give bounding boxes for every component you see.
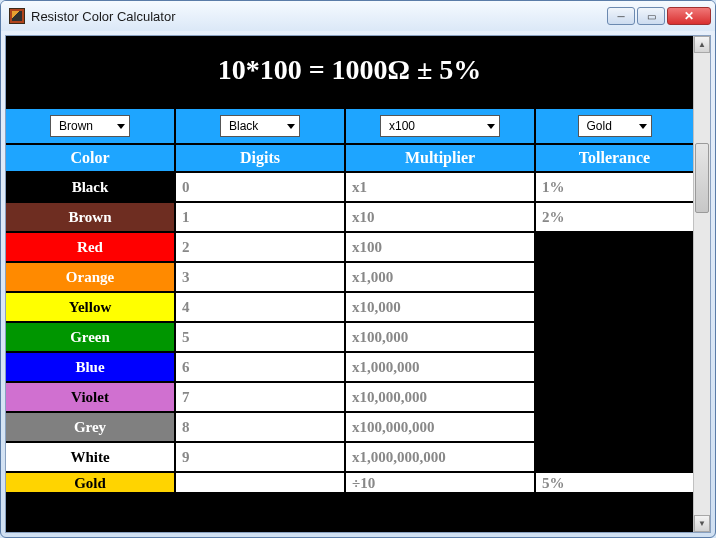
digits-cell: 0	[176, 173, 346, 203]
color-cell: Red	[6, 233, 176, 263]
maximize-button[interactable]: ▭	[637, 7, 665, 25]
table-body: Black0x11%Brown1x102%Red2x100Orange3x1,0…	[6, 173, 693, 532]
multiplier-cell: x1,000,000	[346, 353, 536, 383]
minimize-button[interactable]: ─	[607, 7, 635, 25]
chevron-down-icon	[487, 124, 495, 129]
app-icon	[9, 8, 25, 24]
band2-value: Black	[229, 119, 258, 133]
titlebar[interactable]: Resistor Color Calculator ─ ▭ ✕	[1, 1, 715, 31]
digits-cell: 8	[176, 413, 346, 443]
table-headers: Color Digits Multiplier Tollerance	[6, 143, 693, 173]
header-tolerance: Tollerance	[536, 143, 693, 173]
color-cell: White	[6, 443, 176, 473]
color-cell: Gold	[6, 473, 176, 494]
multiplier-cell: x10	[346, 203, 536, 233]
tolerance-cell	[536, 293, 693, 323]
scroll-down-button[interactable]: ▼	[694, 515, 710, 532]
tolerance-cell: 1%	[536, 173, 693, 203]
table-row: Brown1x102%	[6, 203, 693, 233]
color-cell: Brown	[6, 203, 176, 233]
tolerance-cell	[536, 233, 693, 263]
digits-cell: 1	[176, 203, 346, 233]
tolerance-value: Gold	[587, 119, 612, 133]
scroll-thumb[interactable]	[695, 143, 709, 213]
multiplier-cell: x1	[346, 173, 536, 203]
header-multiplier: Multiplier	[346, 143, 536, 173]
table-row: Gold÷105%	[6, 473, 693, 491]
color-cell: Grey	[6, 413, 176, 443]
band2-select[interactable]: Black	[220, 115, 300, 137]
table-row: Grey8x100,000,000	[6, 413, 693, 443]
tolerance-cell	[536, 383, 693, 413]
header-digits: Digits	[176, 143, 346, 173]
chevron-down-icon	[117, 124, 125, 129]
band1-select[interactable]: Brown	[50, 115, 130, 137]
tolerance-cell	[536, 263, 693, 293]
multiplier-cell: x1,000	[346, 263, 536, 293]
table-row: Violet7x10,000,000	[6, 383, 693, 413]
table-row: Blue6x1,000,000	[6, 353, 693, 383]
table-row: Black0x11%	[6, 173, 693, 203]
header-color: Color	[6, 143, 176, 173]
table-row: Orange3x1,000	[6, 263, 693, 293]
table-row: White9x1,000,000,000	[6, 443, 693, 473]
multiplier-select[interactable]: x100	[380, 115, 500, 137]
color-cell: Green	[6, 323, 176, 353]
tolerance-cell	[536, 443, 693, 473]
close-button[interactable]: ✕	[667, 7, 711, 25]
digits-cell: 5	[176, 323, 346, 353]
color-cell: Violet	[6, 383, 176, 413]
digits-cell: 6	[176, 353, 346, 383]
digits-cell: 3	[176, 263, 346, 293]
multiplier-cell: x1,000,000,000	[346, 443, 536, 473]
window-title: Resistor Color Calculator	[31, 9, 607, 24]
digits-cell: 7	[176, 383, 346, 413]
table-row: Red2x100	[6, 233, 693, 263]
digits-cell: 2	[176, 233, 346, 263]
scroll-up-button[interactable]: ▲	[694, 36, 710, 53]
tolerance-cell: 5%	[536, 473, 693, 494]
table-row: Yellow4x10,000	[6, 293, 693, 323]
multiplier-cell: x100,000,000	[346, 413, 536, 443]
color-cell: Orange	[6, 263, 176, 293]
multiplier-cell: ÷10	[346, 473, 536, 494]
digits-cell: 4	[176, 293, 346, 323]
multiplier-cell: x100	[346, 233, 536, 263]
selectors-row: Brown Black x100	[6, 106, 693, 143]
color-cell: Blue	[6, 353, 176, 383]
chevron-down-icon	[639, 124, 647, 129]
client-area: 10*100 = 1000Ω ± 5% Brown Black	[5, 35, 711, 533]
tolerance-select[interactable]: Gold	[578, 115, 652, 137]
color-cell: Black	[6, 173, 176, 203]
tolerance-cell: 2%	[536, 203, 693, 233]
app-window: Resistor Color Calculator ─ ▭ ✕ 10*100 =…	[0, 0, 716, 538]
tolerance-cell	[536, 353, 693, 383]
digits-cell	[176, 473, 346, 494]
scroll-track[interactable]	[694, 53, 710, 515]
vertical-scrollbar[interactable]: ▲ ▼	[693, 36, 710, 532]
chevron-down-icon	[287, 124, 295, 129]
multiplier-cell: x10,000	[346, 293, 536, 323]
table-row: Green5x100,000	[6, 323, 693, 353]
tolerance-cell	[536, 413, 693, 443]
multiplier-value: x100	[389, 119, 415, 133]
tolerance-cell	[536, 323, 693, 353]
color-cell: Yellow	[6, 293, 176, 323]
digits-cell: 9	[176, 443, 346, 473]
band1-value: Brown	[59, 119, 93, 133]
multiplier-cell: x100,000	[346, 323, 536, 353]
multiplier-cell: x10,000,000	[346, 383, 536, 413]
result-text: 10*100 = 1000Ω ± 5%	[6, 36, 693, 106]
